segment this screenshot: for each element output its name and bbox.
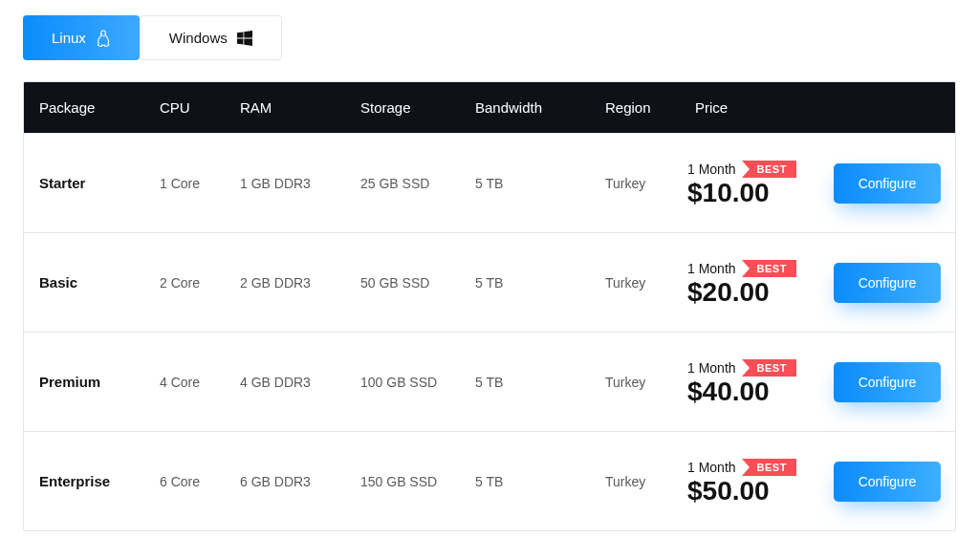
cell-cpu: 2 Core [148,258,228,308]
header-price: Price [684,82,819,133]
windows-icon [237,31,252,46]
cell-package: Premium [24,356,148,407]
cell-action: Configure [819,345,955,420]
table-row: Starter1 Core1 GB DDR325 GB SSD5 TBTurke… [24,133,955,232]
linux-icon [96,30,111,47]
header-cpu: CPU [148,82,228,133]
configure-button[interactable]: Configure [834,462,942,502]
cell-cpu: 6 Core [148,457,228,506]
table-row: Basic2 Core2 GB DDR350 GB SSD5 TBTurkey1… [24,232,955,332]
best-badge: BEST [742,459,796,476]
table-row: Premium4 Core4 GB DDR3100 GB SSD5 TBTurk… [24,332,955,431]
tab-linux[interactable]: Linux [23,15,140,60]
price-amount: $50.00 [687,478,816,505]
cell-ram: 6 GB DDR3 [228,457,349,506]
table-header: Package CPU RAM Storage Bandwidth Region… [24,82,955,133]
header-storage: Storage [349,82,464,133]
cell-ram: 1 GB DDR3 [228,159,349,208]
cell-cpu: 4 Core [148,357,228,407]
cell-price: 1 MonthBEST$50.00 [684,445,819,518]
cell-region: Turkey [594,258,684,308]
tab-windows[interactable]: Windows [140,15,282,60]
cell-ram: 4 GB DDR3 [228,357,349,407]
cell-region: Turkey [594,357,684,407]
pricing-table: Package CPU RAM Storage Bandwidth Region… [23,81,956,531]
price-period: 1 Month [687,162,736,177]
configure-button[interactable]: Configure [834,263,942,303]
cell-action: Configure [819,246,955,320]
cell-package: Basic [24,257,148,308]
price-period: 1 Month [687,360,736,376]
best-badge: BEST [742,260,796,277]
table-body: Starter1 Core1 GB DDR325 GB SSD5 TBTurke… [24,133,955,530]
header-ram: RAM [228,82,349,133]
svg-point-1 [103,32,104,33]
cell-region: Turkey [594,159,684,208]
cell-cpu: 1 Core [148,159,228,208]
cell-region: Turkey [594,457,684,506]
cell-ram: 2 GB DDR3 [228,258,349,308]
cell-price: 1 MonthBEST$10.00 [684,147,819,220]
header-region: Region [594,82,684,133]
cell-bandwidth: 5 TB [464,159,594,208]
header-action [819,82,955,133]
cell-storage: 150 GB SSD [349,457,464,506]
cell-package: Starter [24,158,148,208]
cell-price: 1 MonthBEST$20.00 [684,247,819,319]
cell-price: 1 MonthBEST$40.00 [684,346,819,419]
cell-bandwidth: 5 TB [464,457,594,506]
table-row: Enterprise6 Core6 GB DDR3150 GB SSD5 TBT… [24,431,955,530]
cell-storage: 50 GB SSD [349,258,464,308]
svg-point-0 [101,32,102,33]
header-package: Package [24,82,148,133]
os-tabs: Linux Windows [23,15,956,60]
tab-linux-label: Linux [52,30,86,46]
configure-button[interactable]: Configure [834,362,942,402]
cell-package: Enterprise [24,456,148,506]
cell-action: Configure [819,146,955,221]
cell-bandwidth: 5 TB [464,258,594,308]
cell-storage: 25 GB SSD [349,159,464,208]
price-amount: $20.00 [687,279,816,306]
cell-storage: 100 GB SSD [349,357,464,407]
price-amount: $40.00 [687,378,816,405]
tab-windows-label: Windows [169,30,228,46]
price-period: 1 Month [687,460,736,475]
cell-bandwidth: 5 TB [464,357,594,407]
best-badge: BEST [742,161,796,178]
configure-button[interactable]: Configure [834,163,942,204]
best-badge: BEST [742,359,796,377]
price-period: 1 Month [687,261,736,276]
price-amount: $10.00 [687,180,816,206]
header-bandwidth: Bandwidth [464,82,594,133]
cell-action: Configure [819,444,955,519]
